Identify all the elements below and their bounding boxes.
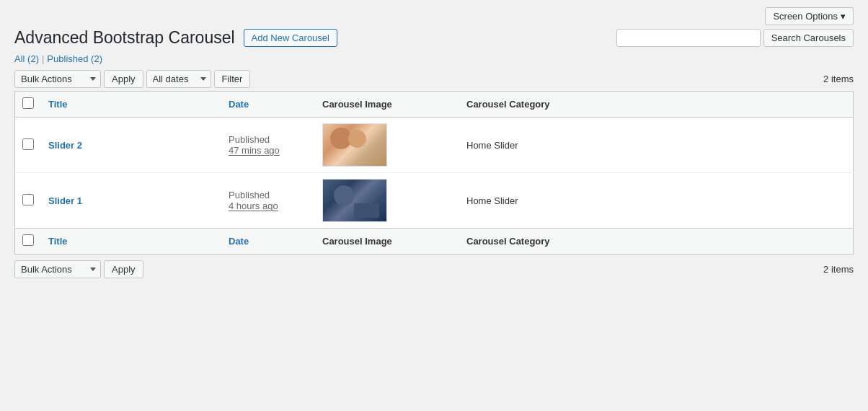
tfoot-date-link[interactable]: Date bbox=[229, 236, 249, 247]
tfoot-date-col: Date bbox=[221, 229, 315, 255]
row2-title-link[interactable]: Slider 1 bbox=[48, 195, 82, 206]
row2-date-cell: Published 4 hours ago bbox=[221, 173, 315, 229]
filter-published-link[interactable]: Published (2) bbox=[47, 53, 102, 64]
filter-links: All (2) | Published (2) bbox=[14, 53, 854, 64]
top-items-count: 2 items bbox=[823, 74, 854, 84]
filter-separator: | bbox=[42, 53, 44, 64]
row1-date-cell: Published 47 mins ago bbox=[221, 118, 315, 173]
thead-image-col: Carousel Image bbox=[315, 92, 459, 118]
thead-title-col: Title bbox=[41, 92, 221, 118]
top-bulk-actions-select[interactable]: Bulk Actions Edit Move to Trash bbox=[14, 70, 101, 88]
thead-category-col: Carousel Category bbox=[459, 92, 854, 118]
top-apply-button[interactable]: Apply bbox=[104, 70, 143, 88]
row1-checkbox[interactable] bbox=[22, 138, 34, 150]
filter-all-link[interactable]: All (2) bbox=[14, 53, 39, 64]
table-row: Slider 2 Published 47 mins ago Home Slid… bbox=[15, 118, 854, 173]
top-filter-button[interactable]: Filter bbox=[214, 70, 251, 88]
bottom-items-count: 2 items bbox=[823, 264, 854, 275]
thead-checkbox-col bbox=[15, 92, 42, 118]
table-row: Slider 1 Published 4 hours ago Home Slid… bbox=[15, 173, 854, 229]
tfoot-checkbox-col bbox=[15, 229, 42, 255]
thead-date-link[interactable]: Date bbox=[229, 99, 249, 110]
add-new-carousel-button[interactable]: Add New Carousel bbox=[244, 29, 337, 47]
screen-options-chevron: ▾ bbox=[841, 11, 846, 22]
row1-category-cell: Home Slider bbox=[459, 118, 854, 173]
row2-thumbnail bbox=[322, 179, 387, 222]
bottom-bulk-actions-select[interactable]: Bulk Actions Edit Move to Trash bbox=[14, 260, 101, 278]
tfoot-title-col: Title bbox=[41, 229, 221, 255]
row1-checkbox-cell bbox=[15, 118, 42, 173]
row1-image-cell bbox=[315, 118, 459, 173]
bottom-apply-button[interactable]: Apply bbox=[104, 260, 143, 278]
row2-image-cell bbox=[315, 173, 459, 229]
row1-title-cell: Slider 2 bbox=[41, 118, 221, 173]
tfoot-title-link[interactable]: Title bbox=[48, 236, 68, 247]
row2-category-cell: Home Slider bbox=[459, 173, 854, 229]
screen-options-label: Screen Options bbox=[773, 11, 838, 22]
row1-title-link[interactable]: Slider 2 bbox=[48, 140, 82, 151]
row1-thumbnail bbox=[322, 123, 387, 167]
carousels-table: Title Date Carousel Image Carousel Categ… bbox=[14, 91, 854, 255]
row2-checkbox-cell bbox=[15, 173, 42, 229]
thead-date-col: Date bbox=[221, 92, 315, 118]
tfoot-image-col: Carousel Image bbox=[315, 229, 459, 255]
row2-checkbox[interactable] bbox=[22, 194, 34, 206]
search-carousels-button[interactable]: Search Carousels bbox=[763, 29, 854, 47]
top-tablenav: Bulk Actions Edit Move to Trash Apply Al… bbox=[14, 70, 854, 88]
row2-title-cell: Slider 1 bbox=[41, 173, 221, 229]
thead-title-link[interactable]: Title bbox=[48, 99, 68, 110]
select-all-checkbox-top[interactable] bbox=[22, 97, 34, 109]
top-date-filter-select[interactable]: All dates bbox=[146, 70, 211, 88]
select-all-checkbox-bottom[interactable] bbox=[22, 234, 34, 246]
search-input[interactable] bbox=[616, 29, 761, 47]
page-title: Advanced Bootstrap Carousel bbox=[14, 28, 235, 48]
screen-options-button[interactable]: Screen Options ▾ bbox=[765, 7, 854, 25]
tfoot-category-col: Carousel Category bbox=[459, 229, 854, 255]
bottom-tablenav: Bulk Actions Edit Move to Trash Apply 2 … bbox=[14, 257, 854, 281]
